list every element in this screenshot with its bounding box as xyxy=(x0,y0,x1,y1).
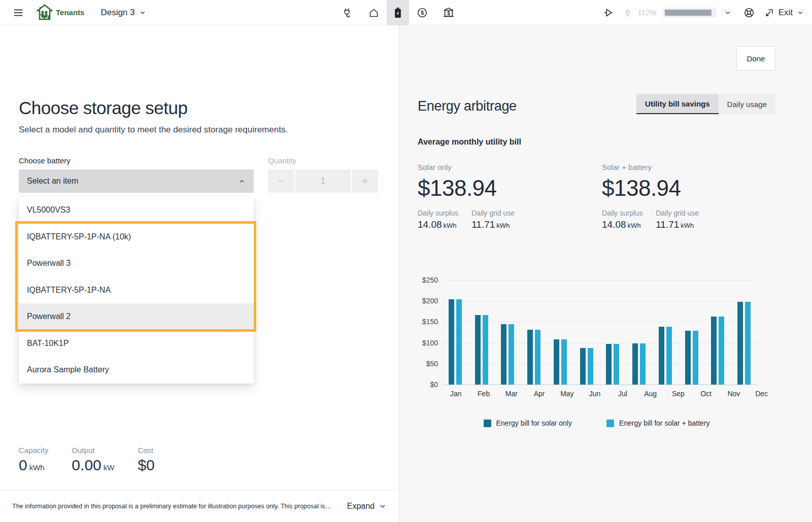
done-button[interactable]: Done xyxy=(736,46,775,71)
bill-detail-label: Daily surplus xyxy=(418,209,458,217)
legend-swatch-icon xyxy=(606,420,614,427)
summary-stat-value: 0kWh xyxy=(19,457,48,474)
monthly-bill-chart: $250$200$150$100$50$0 xyxy=(418,280,757,385)
bar-energy-bill-for-solar-battery xyxy=(745,302,751,385)
bar-energy-bill-for-solar-battery xyxy=(640,343,646,385)
dropdown-item[interactable]: VL5000VS3 xyxy=(19,197,254,224)
progress-chevron-down-icon[interactable] xyxy=(719,0,737,25)
dropdown-item[interactable]: BAT-10K1P xyxy=(19,330,254,357)
hamburger-menu-button[interactable] xyxy=(7,0,29,25)
bar-energy-bill-for-solar-battery xyxy=(456,299,462,385)
bill-column: Solar + battery$138.94Daily surplus14.08… xyxy=(602,163,775,230)
chart-y-axis: $250$200$150$100$50$0 xyxy=(418,280,442,385)
bill-details: Daily surplus14.08kWhDaily grid use11.71… xyxy=(602,209,775,230)
bill-detail-value: 14.08kWh xyxy=(418,219,458,230)
chart-plot-area xyxy=(442,280,757,385)
bar-group-sep xyxy=(652,280,679,385)
legend-label: Energy bill for solar + battery xyxy=(619,419,710,427)
bill-detail: Daily grid use11.71kWh xyxy=(471,209,515,230)
y-tick-label: $100 xyxy=(422,339,438,347)
x-tick-label: Jan xyxy=(442,390,470,398)
home-icon[interactable] xyxy=(360,0,387,25)
summary-stat-value: 0.00kW xyxy=(72,457,114,474)
battery-select-value: Select an item xyxy=(27,177,78,186)
quantity-stepper: − 1 + xyxy=(268,169,378,193)
section-title: Average monthly utility bill xyxy=(418,137,775,147)
bar-energy-bill-for-solar-only xyxy=(737,302,743,385)
y-tick-label: $0 xyxy=(430,380,438,389)
bar-group-apr xyxy=(521,280,547,385)
tab-utility-bill-savings[interactable]: Utility bill savings xyxy=(636,94,719,114)
expand-button[interactable]: Expand xyxy=(347,502,387,511)
tab-daily-usage[interactable]: Daily usage xyxy=(719,94,775,114)
incentives-bank-icon[interactable]: $ xyxy=(435,0,462,25)
quantity-increment-button[interactable]: + xyxy=(352,169,378,193)
x-tick-label: Dec xyxy=(748,390,775,398)
send-icon[interactable] xyxy=(597,0,619,25)
exit-label: Exit xyxy=(779,8,793,18)
chevron-up-icon xyxy=(238,178,246,185)
chevron-down-icon xyxy=(139,9,146,16)
progress-bar[interactable] xyxy=(663,8,717,18)
legend-label: Energy bill for solar only xyxy=(496,419,572,427)
dropdown-item[interactable]: IQBATTERY-5P-1P-NA (10k) xyxy=(19,224,254,251)
summary-stat-value: $0 xyxy=(138,457,154,474)
bill-column-label: Solar + battery xyxy=(602,163,775,171)
summary-stat-unit: kWh xyxy=(29,463,45,472)
summary-stat: Capacity0kWh xyxy=(19,446,48,474)
bar-group-may xyxy=(547,280,573,385)
bar-energy-bill-for-solar-battery xyxy=(535,330,540,385)
battery-form-row: Choose battery Select an item VL5000VS3I… xyxy=(19,156,399,193)
legend-swatch-icon xyxy=(484,420,491,427)
chart-x-axis: JanFebMarAprMayJunJulAugSepOctNovDec xyxy=(418,390,775,398)
bar-energy-bill-for-solar-only xyxy=(606,344,612,385)
tenants-logo[interactable]: Tenants xyxy=(37,4,84,21)
quantity-decrement-button[interactable]: − xyxy=(268,169,294,193)
offset-percent: 112% xyxy=(637,8,656,17)
quantity-field: Quantity − 1 + xyxy=(268,156,378,193)
plug-icon[interactable] xyxy=(334,0,360,25)
x-tick-label: Jul xyxy=(609,390,637,398)
help-lifebuoy-icon[interactable] xyxy=(739,0,759,25)
bill-column-value: $138.94 xyxy=(602,176,775,201)
bar-energy-bill-for-solar-only xyxy=(580,348,586,385)
battery-field-label: Choose battery xyxy=(19,156,254,165)
y-tick-label: $50 xyxy=(426,360,438,368)
bar-group-jan xyxy=(442,280,468,385)
topbar-right: 112% xyxy=(597,0,812,25)
hamburger-icon xyxy=(13,7,24,18)
bar-group-mar xyxy=(495,280,521,385)
exit-button[interactable]: Exit xyxy=(764,8,804,18)
x-tick-label: Apr xyxy=(525,390,553,398)
dropdown-item[interactable]: Powerwall 3 xyxy=(19,250,254,277)
disclaimer-bar: The information provided in this proposa… xyxy=(0,490,399,522)
bill-detail-unit: kWh xyxy=(628,222,641,229)
summary-stat-unit: kW xyxy=(104,463,115,472)
exit-chevron-down-icon xyxy=(797,9,804,16)
design-selector[interactable]: Design 3 xyxy=(100,8,146,18)
dropdown-item[interactable]: Powerwall 2 xyxy=(19,303,254,330)
panel-title: Energy arbitrage xyxy=(418,98,517,114)
dropdown-item[interactable]: IQBATTERY-5P-1P-NA xyxy=(19,277,254,304)
battery-icon[interactable] xyxy=(387,0,409,25)
bar-energy-bill-for-solar-battery xyxy=(614,344,619,385)
dollar-coin-icon[interactable]: $ xyxy=(409,0,435,25)
bill-detail-unit: kWh xyxy=(444,222,457,229)
page-subtitle: Select a model and quantity to meet the … xyxy=(19,125,399,135)
quantity-value: 1 xyxy=(295,169,351,193)
bill-detail-label: Daily grid use xyxy=(656,209,699,217)
x-tick-label: Mar xyxy=(498,390,526,398)
battery-select[interactable]: Select an item xyxy=(19,169,254,193)
bar-group-jul xyxy=(600,280,626,385)
battery-dropdown-list: VL5000VS3IQBATTERY-5P-1P-NA (10k)Powerwa… xyxy=(19,197,254,384)
bar-group-jun xyxy=(573,280,600,385)
dropdown-item[interactable]: Aurora Sample Battery xyxy=(19,357,254,384)
summary-stat-label: Output xyxy=(72,446,114,455)
bill-detail-value: 14.08kWh xyxy=(602,219,642,230)
bar-energy-bill-for-solar-battery xyxy=(509,324,514,385)
tenants-house-icon xyxy=(37,4,53,21)
battery-field: Choose battery Select an item VL5000VS3I… xyxy=(19,156,254,193)
bill-detail: Daily surplus14.08kWh xyxy=(602,209,642,230)
bill-column-label: Solar only xyxy=(418,163,602,171)
bar-group-feb xyxy=(468,280,495,385)
